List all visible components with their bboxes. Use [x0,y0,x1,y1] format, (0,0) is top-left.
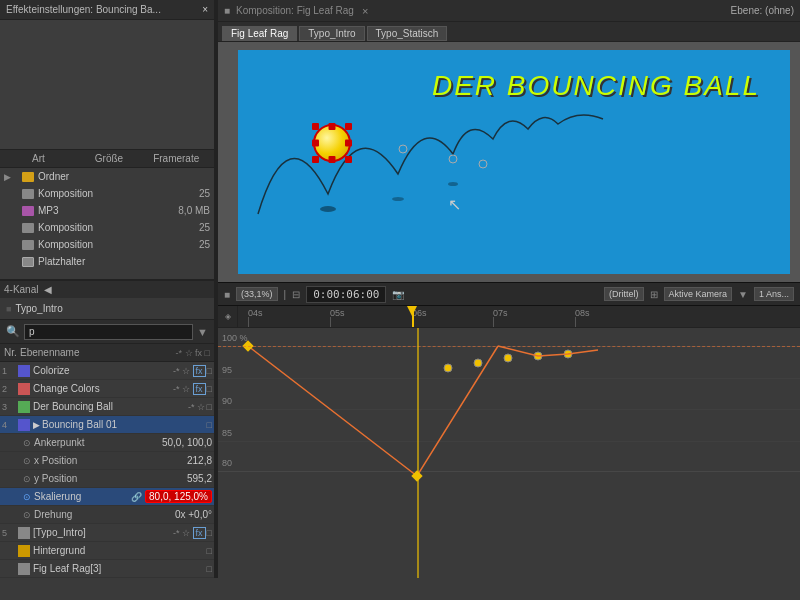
tab-typo-statisch[interactable]: Typo_Statisch [367,26,448,41]
curve-graph [218,328,800,578]
layer-list-header: Nr. Ebenenname -* ☆ fx □ [0,344,214,362]
layer-row-change-colors[interactable]: 2 Change Colors -* ☆ fx □ [0,380,214,398]
file-row-comp1[interactable]: Komposition 25 [0,185,214,202]
prop-row-yposition[interactable]: ⊙ y Position 595,2 [0,470,214,488]
layer-ctrl-5b[interactable]: □ [207,528,212,538]
timeline-content: 100 % 95 90 85 80 [218,328,800,578]
layer-ctrl-fig[interactable]: □ [207,564,212,574]
layer-num-5: 5 [2,528,18,538]
typo-icon: ■ [6,304,11,314]
tab-typo-intro[interactable]: Typo_Intro [299,26,364,41]
layer-star-2[interactable]: ☆ [182,384,190,394]
link-icon: 🔗 [131,492,142,502]
view-label[interactable]: (Drittel) [604,287,644,301]
zoom-display[interactable]: (33,1%) [236,287,278,301]
file-name-mp3: MP3 [38,205,156,216]
prop-value-ankerpunkt: 50,0, 100,0 [162,437,212,448]
prop-icon-skal: ⊙ [20,490,34,504]
layer-row-bouncing-ball[interactable]: 3 Der Bouncing Ball -* ☆ □ [0,398,214,416]
layer-row-bouncing-ball-01[interactable]: 4 ▶ Bouncing Ball 01 □ [0,416,214,434]
layer-ctrl-3b[interactable]: □ [207,402,212,412]
layer-fx-2[interactable]: fx [193,383,206,395]
layer-star-1[interactable]: ☆ [182,366,190,376]
ctrl-cam-arrow[interactable]: ▼ [738,289,748,300]
timecode-display[interactable]: 0:00:06:00 [306,286,386,303]
comp-close-btn[interactable]: × [362,5,368,17]
prop-name-drehung: Drehung [34,509,175,520]
prop-value-skalierung[interactable]: 80,0, 125,0% [145,490,212,503]
layer-expand-4[interactable]: ▶ [33,420,40,430]
layer-star-3[interactable]: ☆ [197,402,205,412]
prop-row-ankerpunkt[interactable]: ⊙ Ankerpunkt 50,0, 100,0 [0,434,214,452]
layer-row-hintergrund[interactable]: Hintergrund □ [0,542,214,560]
layer-name-colorize: Colorize [33,365,173,376]
file-row-comp3[interactable]: Komposition 25 [0,236,214,253]
comp-header: ■ Komposition: Fig Leaf Rag × Ebene: (oh… [218,0,800,22]
tab-fig-leaf-rag[interactable]: Fig Leaf Rag [222,26,297,41]
layer-name-bouncing-ball-01: Bouncing Ball 01 [42,419,207,430]
filter-icon[interactable]: ▼ [197,326,208,338]
ruler-controls: ◈ [218,306,238,327]
motion-path-handles [258,94,538,234]
search-input[interactable] [24,324,193,340]
prop-name-ankerpunkt: Ankerpunkt [34,437,162,448]
ctrl-spacer: | [284,289,287,300]
ctrl-snap-icon[interactable]: ⊟ [292,289,300,300]
prop-icon-dreh: ⊙ [20,508,34,522]
prop-name-skalierung: Skalierung [34,491,131,502]
comp-icon-2 [22,223,34,233]
ctrl-btn-1[interactable]: ■ [224,289,230,300]
layer-fx-1[interactable]: fx [193,365,206,377]
prop-row-xposition[interactable]: ⊙ x Position 212,8 [0,452,214,470]
graph-playhead [417,328,419,578]
layer-row-typo-intro[interactable]: 5 [Typo_Intro] -* ☆ fx □ [0,524,214,542]
prop-icon-xpos: ⊙ [20,454,34,468]
prop-row-skalierung[interactable]: ⊙ Skalierung 🔗 80,0, 125,0% [0,488,214,506]
prop-icon-anker: ⊙ [20,436,34,450]
file-fps-2: 25 [175,222,210,233]
file-row-placeholder[interactable]: Platzhalter [0,253,214,270]
mp3-icon [22,206,34,216]
col-groesse: Größe [95,153,123,164]
layer-ctrl-1a[interactable]: -* [173,366,180,376]
layer-ctrl-1b[interactable]: □ [207,366,212,376]
ruler-label-05s: 05s [330,308,345,318]
layer-num-4: 4 [2,420,18,430]
layer-num-3: 3 [2,402,18,412]
layer-ctrl-4[interactable]: □ [207,420,212,430]
channel-bar: 4-Kanal ◀ [0,280,214,298]
tick-05s [330,317,331,327]
file-browser: Art Größe Framerate ▶ Ordner Komposition… [0,150,214,280]
tick-04s [248,317,249,327]
file-fps-1: 25 [175,188,210,199]
comp-title-label: Komposition: Fig Leaf Rag [236,5,354,16]
file-name-comp3: Komposition [38,239,171,250]
layer-star-5[interactable]: ☆ [182,528,190,538]
layer-ctrl-3a[interactable]: -* [188,402,195,412]
layer-color-4 [18,419,30,431]
col-framerate: Framerate [153,153,199,164]
channel-arrow[interactable]: ◀ [44,284,52,295]
ctrl-grid-icon[interactable]: ⊞ [650,289,658,300]
layer-row-figleafrag[interactable]: Fig Leaf Rag[3] □ [0,560,214,578]
file-name-comp2: Komposition [38,222,171,233]
layer-fx-5[interactable]: fx [193,527,206,539]
prop-row-drehung[interactable]: ⊙ Drehung 0x +0,0° [0,506,214,524]
file-row-mp3[interactable]: MP3 8,0 MB [0,202,214,219]
ans-label[interactable]: 1 Ans... [754,287,794,301]
layer-label: Ebene: (ohne) [731,5,794,16]
layer-ctrl-h[interactable]: □ [207,546,212,556]
ruler-label-07s: 07s [493,308,508,318]
camera-label[interactable]: Aktive Kamera [664,287,733,301]
layer-ctrl-2a[interactable]: -* [173,384,180,394]
timeline-ruler: ◈ 04s 05s 06s 07s 08s [218,306,800,328]
layer-name-typo-intro: [Typo_Intro] [33,527,173,538]
effect-close-btn[interactable]: × [202,4,208,15]
layer-row-colorize[interactable]: 1 Colorize -* ☆ fx □ [0,362,214,380]
file-row-comp2[interactable]: Komposition 25 [0,219,214,236]
layer-ctrl-5a[interactable]: -* [173,528,180,538]
file-arrow: ▶ [4,172,18,182]
ruler-marks: 04s 05s 06s 07s 08s [238,306,800,327]
file-row-folder[interactable]: ▶ Ordner [0,168,214,185]
layer-ctrl-2b[interactable]: □ [207,384,212,394]
